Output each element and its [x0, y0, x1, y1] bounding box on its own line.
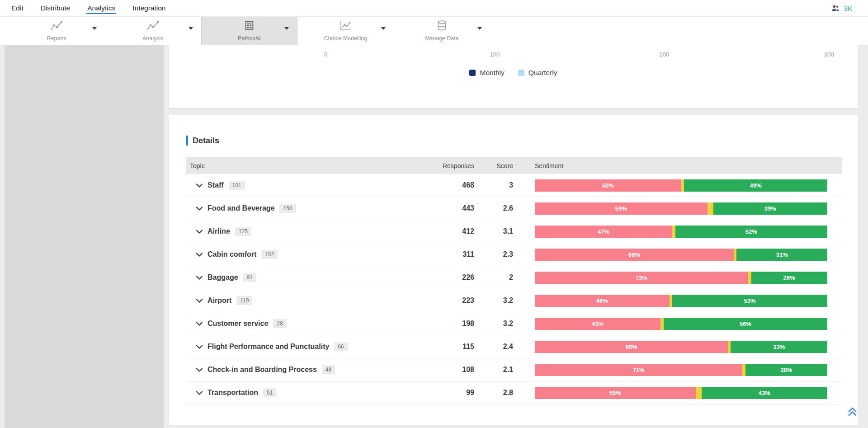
sentiment-bar: 66% 33%: [535, 341, 827, 353]
negative-segment: 43%: [535, 318, 660, 330]
negative-segment: 68%: [535, 249, 734, 261]
quarterly-swatch: [518, 70, 524, 76]
positive-percent-label: 43%: [759, 390, 770, 396]
col-topic: Topic: [186, 162, 429, 169]
table-row[interactable]: Customer service 28 198 3.2 43% 56%: [186, 312, 842, 335]
topic-name: Transportation: [208, 389, 258, 397]
chevron-down-icon[interactable]: [381, 27, 386, 30]
tab-analysis[interactable]: Analysis: [105, 17, 201, 45]
report-grid-icon: [244, 20, 255, 33]
legend-item-quarterly[interactable]: Quarterly: [518, 69, 557, 77]
chevron-down-icon[interactable]: [196, 253, 203, 257]
positive-segment: 39%: [713, 202, 827, 215]
tab-choice-modelling[interactable]: Choice Modelling: [297, 17, 394, 45]
tab-manage-data[interactable]: Manage Data: [394, 17, 490, 45]
table-row[interactable]: Transportation 51 99 2.8 55% 43%: [186, 381, 842, 404]
table-row[interactable]: Check-in and Boarding Process 48 108 2.1…: [186, 358, 842, 381]
tab-reports[interactable]: Reports: [9, 17, 105, 45]
negative-segment: 55%: [535, 387, 696, 399]
neutral-segment: [708, 202, 713, 215]
negative-percent-label: 59%: [615, 205, 627, 212]
axis-tick: 100: [490, 51, 500, 58]
topic-name: Airport: [208, 296, 231, 305]
chevron-down-icon[interactable]: [196, 183, 203, 188]
title-accent-bar: [186, 136, 188, 146]
sentiment-bar: 47% 52%: [535, 226, 827, 238]
chevron-down-icon[interactable]: [92, 27, 97, 30]
positive-percent-label: 49%: [750, 182, 761, 189]
topic-name: Cabin comfort: [208, 250, 256, 259]
table-row[interactable]: Staff 101 468 3 50% 49%: [186, 174, 842, 197]
table-row[interactable]: Baggage 91 226 2 73% 26%: [186, 266, 842, 289]
chevron-down-icon[interactable]: [196, 276, 203, 280]
chevron-down-icon[interactable]: [284, 27, 289, 30]
table-row[interactable]: Airline 125 412 3.1 47% 52%: [186, 220, 842, 243]
table-row[interactable]: Cabin comfort 102 311 2.3 68% 31%: [186, 243, 842, 266]
topic-count-badge: 51: [263, 388, 276, 397]
col-sentiment: Sentiment: [528, 162, 842, 169]
table-row[interactable]: Airport 119 223 3.2 46% 53%: [186, 289, 842, 312]
details-panel: Details Topic Responses Score Sentiment …: [169, 115, 858, 425]
chevron-down-icon[interactable]: [477, 27, 482, 30]
positive-segment: 43%: [702, 387, 827, 399]
negative-segment: 73%: [535, 272, 748, 284]
chevron-down-icon[interactable]: [196, 230, 203, 234]
topic-name: Flight Performance and Punctuality: [208, 343, 329, 351]
topic-count-badge: 66: [334, 342, 347, 351]
chevron-down-icon[interactable]: [196, 299, 203, 303]
database-icon: [436, 20, 448, 33]
legend-label: Quarterly: [528, 69, 557, 77]
page-title: Details: [193, 136, 219, 146]
chevron-down-icon[interactable]: [196, 207, 203, 211]
chart-x-axis: 0 100 200 300: [169, 51, 858, 59]
table-body: Staff 101 468 3 50% 49% Food and Beverag…: [186, 174, 842, 404]
negative-percent-label: 46%: [596, 297, 608, 304]
table-row[interactable]: Flight Performance and Punctuality 66 11…: [186, 335, 842, 358]
score-value: 2.8: [488, 389, 528, 397]
sentiment-bar: 71% 28%: [535, 364, 827, 376]
chart-legend: Monthly Quarterly: [169, 69, 858, 77]
negative-segment: 46%: [535, 295, 670, 307]
col-score: Score: [488, 162, 528, 169]
table-row[interactable]: Food and Beverage 158 443 2.6 59% 39%: [186, 197, 842, 220]
chevron-down-icon[interactable]: [196, 345, 203, 349]
score-value: 3.1: [488, 227, 528, 235]
menu-item-edit[interactable]: Edit: [3, 0, 32, 16]
double-chevron-up-icon: [847, 406, 858, 417]
users-icon[interactable]: [830, 3, 840, 13]
negative-percent-label: 66%: [625, 343, 637, 350]
tab-pathosai[interactable]: PathosAI: [201, 17, 297, 45]
positive-segment: 28%: [745, 364, 827, 376]
negative-segment: 50%: [535, 179, 681, 192]
menu-item-analytics[interactable]: Analytics: [79, 0, 124, 16]
scroll-to-top-button[interactable]: [847, 406, 858, 417]
menubar-right: 3K: [830, 3, 852, 13]
content-area: 0 100 200 300 Monthly Quarterly Detai: [0, 45, 868, 428]
chevron-down-icon[interactable]: [196, 322, 203, 326]
menu-item-distribute[interactable]: Distribute: [32, 0, 79, 16]
chart-points-icon: [339, 20, 352, 33]
tab-label: Manage Data: [425, 35, 458, 42]
legend-label: Monthly: [480, 69, 504, 77]
positive-segment: 53%: [672, 295, 827, 307]
positive-segment: 49%: [684, 179, 827, 192]
positive-percent-label: 56%: [740, 320, 751, 327]
responses-value: 226: [429, 273, 488, 282]
legend-item-monthly[interactable]: Monthly: [469, 69, 504, 77]
col-responses: Responses: [429, 162, 488, 169]
user-count: 3K: [844, 5, 852, 12]
score-value: 2: [488, 273, 528, 282]
chevron-down-icon[interactable]: [189, 27, 193, 30]
responses-value: 115: [429, 343, 488, 351]
positive-percent-label: 52%: [745, 228, 757, 235]
menubar: Edit Distribute Analytics Integration 3K: [0, 0, 868, 17]
negative-percent-label: 71%: [633, 367, 645, 373]
responses-value: 108: [429, 366, 488, 374]
topic-count-badge: 158: [279, 204, 296, 213]
chevron-down-icon[interactable]: [196, 368, 203, 372]
responses-value: 311: [429, 250, 488, 259]
chevron-down-icon[interactable]: [196, 391, 203, 395]
topic-name: Staff: [208, 181, 224, 189]
menu-item-integration[interactable]: Integration: [124, 0, 174, 16]
negative-segment: 66%: [535, 341, 728, 353]
